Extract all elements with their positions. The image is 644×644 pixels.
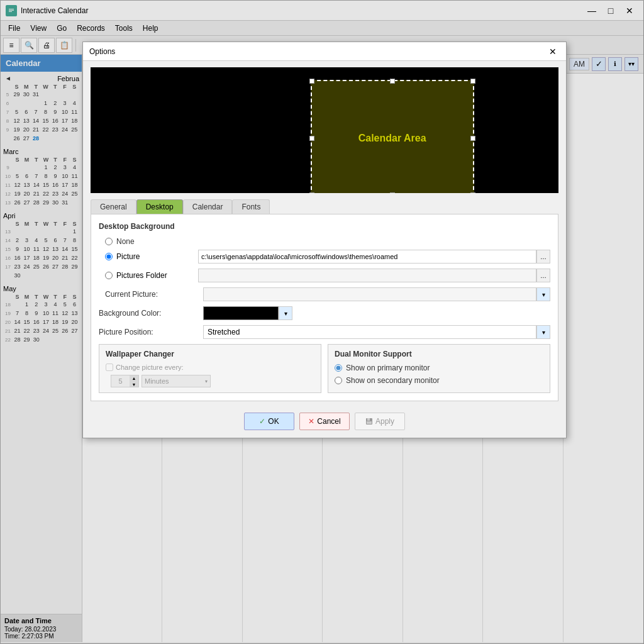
svg-rect-5 bbox=[367, 418, 370, 421]
pictures-folder-browse-btn[interactable]: … bbox=[536, 269, 550, 282]
svg-rect-6 bbox=[367, 421, 372, 424]
minutes-dropdown[interactable]: Minutes ▾ bbox=[142, 375, 211, 387]
options-dialog: Options ✕ Calendar Area General bbox=[82, 42, 567, 438]
ok-button[interactable]: ✓ OK bbox=[244, 413, 294, 430]
dialog-buttons: ✓ OK ✕ Cancel Apply bbox=[83, 408, 566, 438]
pictures-folder-input[interactable] bbox=[198, 269, 536, 282]
cancel-button[interactable]: ✕ Cancel bbox=[299, 413, 350, 430]
primary-monitor-radio[interactable] bbox=[335, 364, 342, 372]
none-radio-row: None bbox=[105, 237, 550, 246]
calendar-area-box[interactable]: Calendar Area bbox=[311, 80, 474, 193]
wallpaper-changer-title: Wallpaper Changer bbox=[106, 350, 314, 358]
wallpaper-change-row: Change picture every: bbox=[106, 364, 314, 371]
dialog-close-button[interactable]: ✕ bbox=[546, 45, 560, 58]
resize-handle-mr[interactable] bbox=[470, 136, 475, 141]
change-picture-label: Change picture every: bbox=[116, 364, 184, 371]
app-window: Interactive Calendar — □ ✕ File View Go … bbox=[0, 0, 644, 644]
picture-radio[interactable] bbox=[105, 253, 113, 260]
calendar-area-label: Calendar Area bbox=[358, 133, 426, 144]
spin-down-btn[interactable]: ▼ bbox=[130, 381, 138, 387]
resize-handle-tm[interactable] bbox=[390, 79, 395, 84]
secondary-monitor-radio[interactable] bbox=[335, 377, 342, 384]
picture-browse-btn[interactable]: … bbox=[536, 250, 550, 264]
desktop-bg-section-title: Desktop Background bbox=[99, 222, 550, 231]
picture-position-row: Picture Position: Stretched ▾ bbox=[99, 325, 550, 339]
pictures-folder-label: Pictures Folder bbox=[116, 271, 198, 280]
current-picture-row: Current Picture: ▾ bbox=[105, 287, 550, 301]
picture-radio-row: Picture … bbox=[105, 250, 550, 264]
resize-handle-bl[interactable] bbox=[309, 192, 314, 193]
cancel-x-icon: ✕ bbox=[308, 417, 314, 426]
minutes-arrow: ▾ bbox=[205, 379, 208, 384]
pictures-folder-radio[interactable] bbox=[105, 272, 113, 279]
resize-handle-tl[interactable] bbox=[309, 79, 314, 84]
spin-arrows: ▲ ▼ bbox=[130, 375, 138, 387]
dialog-title: Options bbox=[89, 47, 546, 56]
color-swatch[interactable] bbox=[203, 306, 279, 320]
tab-desktop[interactable]: Desktop bbox=[136, 199, 183, 214]
dialog-tabs: General Desktop Calendar Fonts bbox=[83, 199, 566, 214]
resize-handle-ml[interactable] bbox=[309, 136, 314, 141]
secondary-monitor-row: Show on secondary monitor bbox=[335, 376, 543, 385]
current-picture-dropdown-btn[interactable]: ▾ bbox=[536, 287, 550, 301]
background-color-label: Background Color: bbox=[99, 309, 203, 318]
apply-save-icon bbox=[365, 418, 373, 425]
tab-general[interactable]: General bbox=[91, 199, 136, 214]
background-color-row: Background Color: ▾ bbox=[99, 306, 550, 320]
pictures-folder-radio-row: Pictures Folder … bbox=[105, 269, 550, 282]
interval-spinner: 5 ▲ ▼ bbox=[111, 375, 139, 387]
dual-monitor-title: Dual Monitor Support bbox=[335, 350, 543, 358]
tab-calendar[interactable]: Calendar bbox=[183, 199, 233, 214]
ok-check-icon: ✓ bbox=[259, 417, 265, 426]
tab-fonts[interactable]: Fonts bbox=[232, 199, 270, 214]
dialog-title-bar: Options ✕ bbox=[83, 42, 566, 61]
change-picture-checkbox[interactable] bbox=[106, 364, 113, 371]
picture-label: Picture bbox=[116, 252, 198, 261]
wallpaper-interval-row: 5 ▲ ▼ Minutes ▾ bbox=[111, 375, 314, 387]
resize-handle-br[interactable] bbox=[470, 192, 475, 193]
apply-button[interactable]: Apply bbox=[355, 413, 405, 430]
picture-path-input[interactable] bbox=[198, 250, 536, 264]
none-radio-label: None bbox=[116, 237, 135, 246]
none-radio[interactable] bbox=[105, 238, 113, 245]
primary-monitor-row: Show on primary monitor bbox=[335, 364, 543, 372]
spin-up-btn[interactable]: ▲ bbox=[130, 375, 138, 381]
bottom-sections: Wallpaper Changer Change picture every: … bbox=[99, 344, 550, 393]
wallpaper-changer-section: Wallpaper Changer Change picture every: … bbox=[99, 344, 321, 393]
picture-position-dropdown-btn[interactable]: ▾ bbox=[536, 325, 550, 339]
color-dropdown-btn[interactable]: ▾ bbox=[279, 306, 292, 320]
primary-monitor-label: Show on primary monitor bbox=[346, 364, 430, 372]
dual-monitor-section: Dual Monitor Support Show on primary mon… bbox=[328, 344, 550, 393]
picture-position-display: Stretched bbox=[203, 325, 536, 339]
secondary-monitor-label: Show on secondary monitor bbox=[346, 376, 440, 385]
desktop-tab-content: Desktop Background None Picture … Pictur… bbox=[91, 214, 558, 401]
current-picture-label: Current Picture: bbox=[105, 290, 203, 299]
current-picture-input[interactable] bbox=[203, 287, 536, 301]
picture-position-label: Picture Position: bbox=[99, 328, 203, 336]
resize-handle-bm[interactable] bbox=[390, 192, 395, 193]
resize-handle-tr[interactable] bbox=[470, 79, 475, 84]
preview-area: Calendar Area bbox=[91, 67, 558, 193]
